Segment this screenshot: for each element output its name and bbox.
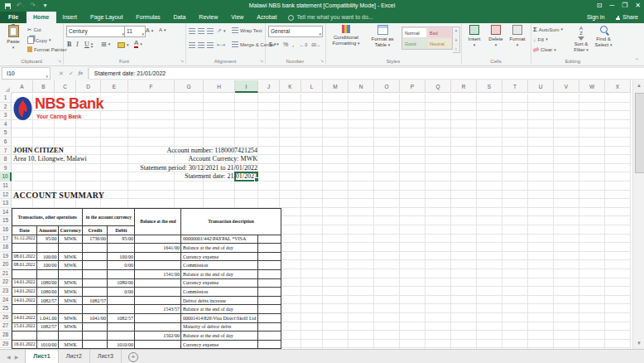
tab-data[interactable]: Data bbox=[167, 12, 193, 23]
table-cell[interactable]: 16.01.2022 bbox=[12, 340, 37, 349]
row-header-3[interactable]: 3 bbox=[0, 111, 12, 120]
format-as-table-button[interactable]: Format as Table ▾ bbox=[367, 25, 398, 47]
table-cell[interactable]: Maturity of debtor debts bbox=[181, 322, 257, 332]
style-good[interactable]: Good bbox=[402, 38, 427, 49]
table-cell[interactable]: MWK bbox=[59, 296, 83, 305]
row-header-12[interactable]: 12 bbox=[0, 191, 12, 200]
style-bad[interactable]: Bad bbox=[427, 27, 452, 38]
column-header-R[interactable]: R bbox=[451, 80, 477, 93]
close-icon[interactable]: ✕ bbox=[635, 2, 641, 9]
table-cell[interactable]: 95/00 bbox=[37, 235, 59, 244]
table-cell[interactable] bbox=[257, 269, 281, 278]
font-name-combo[interactable]: Century▾ bbox=[66, 26, 126, 37]
confirm-entry-icon[interactable]: ✓ bbox=[69, 70, 74, 76]
italic-button[interactable]: I bbox=[76, 41, 79, 48]
table-cell[interactable]: 14.01.2022 bbox=[12, 296, 37, 305]
row-header-19[interactable]: 19 bbox=[0, 252, 12, 261]
insert-cells-button[interactable]: Insert▾ bbox=[464, 25, 484, 47]
grow-font-button[interactable]: A▴ bbox=[146, 27, 153, 33]
table-cell[interactable] bbox=[135, 235, 181, 244]
column-header-T[interactable]: T bbox=[502, 80, 528, 93]
tell-me-box[interactable]: Tell me what you want to do... bbox=[283, 12, 377, 23]
column-header-N[interactable]: N bbox=[348, 80, 374, 93]
column-header-P[interactable]: P bbox=[400, 80, 425, 93]
styles-gallery-scroll[interactable]: ▲▼≡ bbox=[453, 27, 460, 53]
alignment-dialog-launcher-icon[interactable]: ↘ bbox=[260, 59, 263, 63]
tab-formulas[interactable]: Formulas bbox=[129, 12, 166, 23]
row-header-16[interactable]: 16 bbox=[0, 225, 12, 235]
row-header-14[interactable]: 14 bbox=[0, 208, 12, 217]
table-cell[interactable]: 1080/00 bbox=[108, 278, 135, 288]
table-cell[interactable]: 1082/57 bbox=[37, 296, 59, 305]
table-cell[interactable]: Balance at the end of day bbox=[181, 244, 257, 253]
table-cell[interactable] bbox=[83, 261, 108, 270]
table-cell[interactable] bbox=[257, 261, 281, 270]
table-cell[interactable]: MWK bbox=[59, 313, 83, 322]
find-select-button[interactable]: Find & Select ▾ bbox=[594, 25, 613, 47]
row-header-25[interactable]: 25 bbox=[0, 304, 12, 313]
table-cell[interactable]: Currency expense bbox=[181, 252, 257, 261]
table-cell[interactable] bbox=[37, 305, 59, 314]
table-cell[interactable] bbox=[135, 288, 181, 297]
table-cell[interactable]: MWK bbox=[59, 235, 83, 244]
table-cell[interactable]: 14.01.2022 bbox=[12, 288, 37, 297]
table-cell[interactable] bbox=[135, 340, 181, 349]
fill-color-button[interactable]: ▾ bbox=[118, 42, 129, 48]
row-header-15[interactable]: 15 bbox=[0, 216, 12, 225]
table-cell[interactable]: Balance at the end of day bbox=[181, 305, 257, 314]
table-cell[interactable] bbox=[37, 244, 59, 253]
cell-grid[interactable]: NBS Bank Your Caring Bank JOHN CITIZEN A… bbox=[12, 94, 631, 349]
row-header-27[interactable]: 27 bbox=[0, 322, 12, 331]
table-cell[interactable]: MWK bbox=[59, 252, 83, 261]
row-header-20[interactable]: 20 bbox=[0, 260, 12, 269]
row-header-10[interactable]: 10 bbox=[0, 172, 12, 182]
tab-home[interactable]: Home bbox=[26, 12, 55, 23]
table-cell[interactable]: Currency expense bbox=[181, 278, 257, 288]
font-dialog-launcher-icon[interactable]: ↘ bbox=[180, 59, 184, 63]
table-cell[interactable]: Commission bbox=[181, 288, 257, 297]
name-box[interactable]: I10▾ bbox=[2, 67, 50, 80]
table-cell[interactable]: 100/00 bbox=[108, 252, 135, 261]
vertical-scrollbar[interactable]: ▲ ▼ bbox=[632, 80, 644, 349]
table-cell[interactable]: 0/00 bbox=[108, 288, 135, 297]
percent-style-button[interactable]: % bbox=[283, 41, 288, 47]
tab-review[interactable]: Review bbox=[192, 12, 224, 23]
insert-function-icon[interactable]: fx bbox=[79, 70, 83, 76]
table-cell[interactable] bbox=[12, 332, 37, 341]
table-cell[interactable]: 100/00 bbox=[37, 261, 59, 270]
table-cell[interactable]: 1736/00 bbox=[83, 235, 108, 244]
row-header-11[interactable]: 11 bbox=[0, 182, 12, 191]
sheet-tab-Лист2[interactable]: Лист2 bbox=[59, 350, 90, 363]
clipboard-dialog-launcher-icon[interactable]: ↘ bbox=[58, 59, 61, 63]
column-header-W[interactable]: W bbox=[579, 80, 605, 93]
column-header-M[interactable]: M bbox=[323, 80, 348, 93]
column-header-H[interactable]: H bbox=[204, 80, 235, 93]
number-dialog-launcher-icon[interactable]: ↘ bbox=[320, 59, 324, 63]
table-cell[interactable]: 14.01.2022 bbox=[12, 278, 37, 288]
column-header-F[interactable]: F bbox=[128, 80, 175, 93]
table-cell[interactable] bbox=[83, 305, 108, 314]
column-header-J[interactable]: J bbox=[258, 80, 280, 93]
table-cell[interactable] bbox=[37, 332, 59, 341]
table-cell[interactable]: 100/00 bbox=[37, 252, 59, 261]
cut-button[interactable]: ✂ Cut bbox=[27, 27, 41, 33]
table-cell[interactable] bbox=[135, 261, 181, 270]
table-cell[interactable] bbox=[59, 244, 83, 253]
fill-handle[interactable] bbox=[254, 177, 259, 182]
middle-align-icon[interactable] bbox=[198, 28, 204, 34]
table-cell[interactable] bbox=[83, 288, 108, 297]
sheet-tab-Лист1[interactable]: Лист1 bbox=[25, 350, 58, 363]
share-button[interactable]: Share bbox=[610, 12, 644, 23]
table-cell[interactable]: MWK bbox=[59, 340, 83, 349]
table-cell[interactable] bbox=[83, 244, 108, 253]
table-cell[interactable]: 15.01.2022 bbox=[12, 322, 37, 332]
conditional-formatting-button[interactable]: Conditional Formatting ▾ bbox=[327, 25, 365, 46]
format-cells-button[interactable]: Format▾ bbox=[507, 25, 527, 47]
table-cell[interactable] bbox=[59, 269, 83, 278]
table-cell[interactable] bbox=[257, 278, 281, 288]
table-cell[interactable] bbox=[108, 269, 135, 278]
table-cell[interactable] bbox=[37, 269, 59, 278]
table-cell[interactable] bbox=[59, 305, 83, 314]
table-cell[interactable] bbox=[257, 235, 281, 244]
table-cell[interactable]: 1082/57 bbox=[108, 313, 135, 322]
